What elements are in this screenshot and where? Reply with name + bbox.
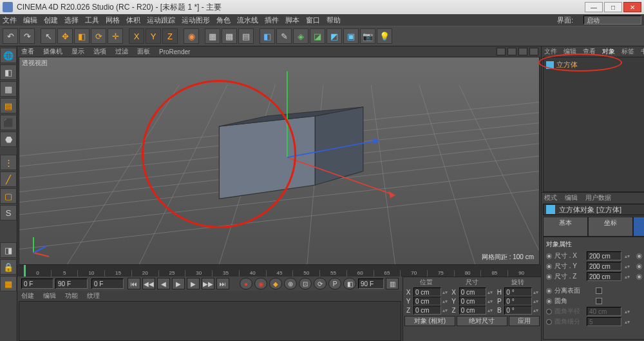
spinner-icon[interactable]: ▴▾ (442, 289, 449, 295)
size-field[interactable] (459, 297, 487, 306)
axis-z-toggle[interactable]: Z (162, 28, 178, 44)
key-pos-button[interactable]: ⊕ (284, 278, 297, 289)
vmenu-view[interactable]: 查看 (21, 47, 34, 56)
spinner-icon[interactable]: ▴▾ (533, 298, 540, 304)
goto-start-button[interactable]: ⏮ (128, 278, 140, 289)
menu-pipeline[interactable]: 流水线 (237, 15, 258, 25)
record-button[interactable]: ● (240, 278, 252, 289)
spinner-icon[interactable]: ▴▾ (624, 253, 630, 259)
rot-field[interactable] (504, 297, 532, 306)
pgtab-coord[interactable]: 坐标 (588, 217, 633, 237)
viewport-nav-icon[interactable] (518, 48, 527, 55)
vmenu-prorender[interactable]: ProRender (159, 48, 190, 55)
fillet-sub-field[interactable] (587, 317, 621, 326)
select-tool[interactable]: ↖ (41, 28, 56, 44)
point-mode-button[interactable]: ⋮ (0, 155, 17, 170)
uv-mode-button[interactable]: S (0, 205, 17, 220)
redo-button[interactable]: ↷ (19, 28, 35, 44)
nav-gizmo-icon[interactable] (28, 232, 54, 258)
timeline-opts-button[interactable]: ▥ (386, 278, 399, 289)
key-rot-button[interactable]: ⟳ (314, 278, 327, 289)
attrtab-userdata[interactable]: 用户数据 (585, 193, 611, 202)
polygon-mode-button[interactable]: ▢ (0, 188, 17, 204)
autokey-button[interactable]: ◉ (254, 278, 267, 289)
omtab-tags[interactable]: 标签 (621, 47, 634, 56)
menu-motrack[interactable]: 运动跟踪 (147, 15, 175, 25)
btab-texture[interactable]: 纹理 (87, 291, 100, 300)
add-generator-button[interactable]: ◪ (310, 28, 325, 44)
add-pen-button[interactable]: ✎ (276, 28, 292, 44)
pos-field[interactable] (413, 287, 441, 297)
menu-window[interactable]: 窗口 (306, 15, 320, 25)
viewport-nav-icon[interactable] (507, 48, 516, 55)
menu-help[interactable]: 帮助 (327, 15, 341, 25)
menu-volume[interactable]: 体积 (126, 15, 140, 25)
add-nurbs-button[interactable]: ◈ (293, 28, 308, 44)
perspective-viewport[interactable]: 透视视图 (19, 57, 540, 265)
render-view-button[interactable]: ▦ (205, 28, 220, 44)
spinner-icon[interactable]: ▴▾ (624, 274, 630, 280)
fillet-radius-field[interactable] (587, 307, 621, 316)
next-key-button[interactable]: ▶▶ (202, 278, 214, 289)
keyframe-sel-button[interactable]: ◆ (269, 278, 282, 289)
attrtab-edit[interactable]: 编辑 (565, 193, 578, 202)
move-tool[interactable]: ✥ (57, 28, 73, 44)
workplane-snap-button[interactable]: ▦ (0, 276, 17, 291)
frame-end-field[interactable] (55, 278, 88, 289)
add-deformer-button[interactable]: ◩ (327, 28, 342, 44)
render-settings-button[interactable]: ▤ (238, 28, 254, 44)
frame-end2-field[interactable] (358, 278, 384, 289)
layout-dropdown[interactable]: 启动 (583, 15, 641, 24)
timeline-ruler[interactable]: 0 5 10 15 20 25 30 35 40 45 50 55 60 65 … (17, 265, 541, 277)
pos-field[interactable] (413, 297, 441, 306)
play-button[interactable]: ▶ (172, 278, 185, 289)
goto-end-button[interactable]: ⏭ (216, 278, 229, 289)
vmenu-options[interactable]: 选项 (93, 47, 106, 56)
menu-file[interactable]: 文件 (3, 15, 17, 25)
spinner-icon[interactable]: ▴▾ (624, 264, 630, 269)
snap-button[interactable]: 🔒 (0, 259, 17, 275)
rot-field[interactable] (504, 287, 532, 297)
scale-tool[interactable]: ◧ (74, 28, 90, 44)
axis-mode-button[interactable]: ⬣ (0, 132, 17, 147)
coord-apply-button[interactable]: 应用 (509, 316, 540, 326)
spinner-icon[interactable]: ▴▾ (624, 309, 630, 315)
next-frame-button[interactable]: ▶ (187, 278, 200, 289)
spinner-icon[interactable]: ▴▾ (488, 298, 494, 304)
prev-frame-button[interactable]: ◀ (157, 278, 170, 289)
minimize-button[interactable]: — (585, 2, 603, 12)
pos-field[interactable] (413, 306, 441, 315)
menu-script[interactable]: 脚本 (285, 15, 299, 25)
frame-current-field[interactable] (91, 278, 124, 289)
object-manager[interactable]: 立方体 ✓ : (543, 57, 644, 192)
key-pla-button[interactable]: ◧ (343, 278, 356, 289)
vmenu-filter[interactable]: 过滤 (115, 47, 128, 56)
viewport-nav-icon[interactable] (529, 48, 538, 55)
key-param-button[interactable]: P (328, 278, 341, 289)
object-mode-button[interactable]: ⬛ (0, 115, 17, 130)
add-light-button[interactable]: 💡 (377, 28, 392, 44)
vmenu-camera[interactable]: 摄像机 (43, 47, 62, 56)
rotate-tool[interactable]: ⟳ (91, 28, 106, 44)
size-field[interactable] (587, 262, 621, 271)
spinner-icon[interactable]: ▴▾ (442, 307, 449, 313)
menu-tools[interactable]: 工具 (85, 15, 99, 25)
make-editable-button[interactable]: 🌐 (0, 48, 17, 63)
vmenu-display[interactable]: 显示 (71, 47, 84, 56)
add-cube-button[interactable]: ◧ (260, 28, 275, 44)
btab-create[interactable]: 创建 (21, 291, 34, 300)
close-button[interactable]: ✕ (623, 2, 641, 12)
edge-mode-button[interactable]: ╱ (0, 171, 17, 187)
spinner-icon[interactable]: ▴▾ (488, 289, 494, 295)
render-region-button[interactable]: ▩ (222, 28, 237, 44)
size-field[interactable] (587, 251, 621, 260)
spinner-icon[interactable]: ▴▾ (533, 307, 540, 313)
axis-x-toggle[interactable]: X (129, 28, 144, 44)
omtab-bookmarks[interactable]: 书签 (641, 47, 644, 56)
axis-y-toggle[interactable]: Y (146, 28, 161, 44)
frame-start-field[interactable] (21, 278, 53, 289)
coord-mode-dropdown[interactable]: 对象 (相对) (404, 316, 455, 326)
prev-key-button[interactable]: ◀◀ (142, 278, 155, 289)
workplane-button[interactable]: ▤ (0, 98, 17, 113)
menu-create[interactable]: 创建 (44, 15, 58, 25)
